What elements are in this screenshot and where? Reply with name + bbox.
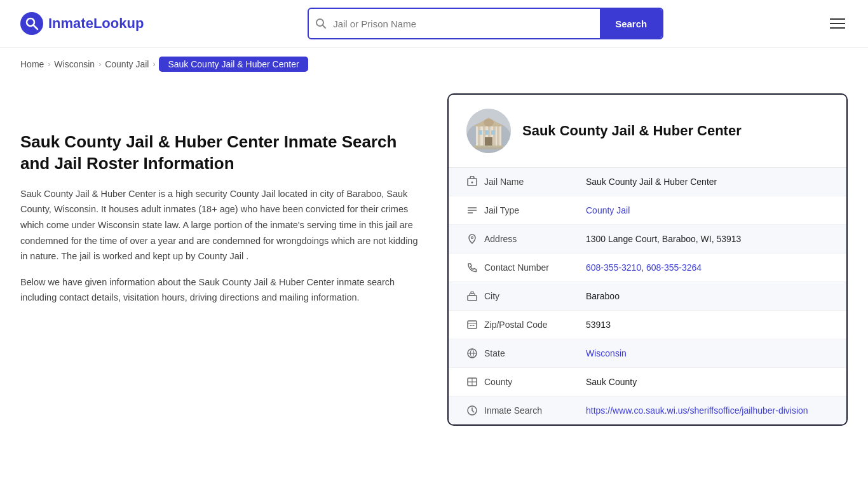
zip-value: 53913: [586, 320, 829, 330]
logo-icon: [20, 12, 43, 35]
search-button[interactable]: Search: [600, 9, 662, 38]
right-panel: Sauk County Jail & Huber Center Jail Nam…: [447, 93, 848, 426]
page-desc-2: Below we have given information about th…: [20, 274, 427, 306]
info-row-jail-name: Jail Name Sauk County Jail & Huber Cente…: [449, 168, 846, 196]
info-row-county: County Sauk County: [449, 367, 846, 396]
svg-rect-7: [478, 126, 480, 147]
city-icon: [466, 290, 484, 302]
header: InmateLookup Search: [0, 0, 868, 48]
breadcrumb-home[interactable]: Home: [20, 59, 44, 69]
svg-point-21: [471, 182, 473, 184]
breadcrumb-chevron-3: ›: [153, 60, 155, 69]
svg-line-1: [34, 25, 38, 30]
county-label: County: [484, 377, 586, 387]
hamburger-menu[interactable]: [827, 16, 848, 31]
jail-type-icon: [466, 205, 484, 216]
svg-point-13: [484, 119, 494, 126]
zip-icon: [466, 319, 484, 330]
search-bar-icon: [309, 18, 333, 29]
svg-rect-28: [471, 292, 473, 294]
address-value: 1300 Lange Court, Baraboo, WI, 53913: [586, 234, 829, 244]
svg-rect-16: [473, 147, 505, 149]
jail-name-label: Jail Name: [484, 177, 586, 187]
city-label: City: [484, 291, 586, 301]
card-header: Sauk County Jail & Huber Center: [449, 95, 846, 168]
main-content: Sauk County Jail & Huber Center Inmate S…: [0, 81, 868, 451]
left-panel: Sauk County Jail & Huber Center Inmate S…: [20, 93, 427, 316]
breadcrumb-chevron-1: ›: [48, 60, 50, 69]
svg-rect-11: [497, 126, 499, 147]
search-bar: Search: [308, 8, 663, 39]
inmate-search-value: https://www.co.sauk.wi.us/sheriffsoffice…: [586, 405, 829, 416]
phone-icon: [466, 262, 484, 273]
svg-rect-19: [491, 130, 495, 135]
jail-name-icon: [466, 176, 484, 187]
state-value: Wisconsin: [586, 348, 829, 358]
contact-link[interactable]: 608-355-3210, 608-355-3264: [586, 262, 702, 273]
county-icon: [466, 376, 484, 388]
contact-label: Contact Number: [484, 262, 586, 273]
svg-line-3: [323, 25, 326, 29]
state-icon: [466, 348, 484, 359]
svg-point-25: [471, 237, 473, 239]
county-value: Sauk County: [586, 377, 829, 387]
breadcrumb-current: Sauk County Jail & Huber Center: [159, 57, 308, 72]
logo[interactable]: InmateLookup: [20, 12, 144, 35]
svg-rect-29: [468, 321, 477, 329]
info-row-address: Address 1300 Lange Court, Baraboo, WI, 5…: [449, 224, 846, 253]
address-label: Address: [484, 234, 586, 244]
inmate-search-icon: [466, 405, 484, 416]
search-input[interactable]: [333, 12, 600, 36]
zip-label: Zip/Postal Code: [484, 320, 586, 330]
city-value: Baraboo: [586, 291, 829, 301]
card-name: Sauk County Jail & Huber Center: [522, 123, 742, 139]
svg-rect-14: [485, 137, 492, 147]
jail-type-value: County Jail: [586, 205, 829, 215]
svg-rect-18: [485, 130, 489, 135]
svg-rect-17: [478, 130, 482, 135]
svg-rect-26: [468, 295, 477, 301]
jail-avatar-image: [466, 109, 511, 153]
info-row-inmate-search: Inmate Search https://www.co.sauk.wi.us/…: [449, 396, 846, 424]
state-link[interactable]: Wisconsin: [586, 348, 627, 358]
logo-text: InmateLookup: [48, 15, 144, 32]
breadcrumb: Home › Wisconsin › County Jail › Sauk Co…: [0, 48, 868, 81]
jail-name-value: Sauk County Jail & Huber Center: [586, 177, 829, 187]
info-row-jail-type: Jail Type County Jail: [449, 196, 846, 224]
info-row-zip: Zip/Postal Code 53913: [449, 310, 846, 339]
inmate-search-label: Inmate Search: [484, 405, 586, 416]
info-table: Jail Name Sauk County Jail & Huber Cente…: [449, 168, 846, 424]
breadcrumb-wisconsin[interactable]: Wisconsin: [54, 59, 95, 69]
page-desc-1: Sauk County Jail & Huber Center is a hig…: [20, 186, 427, 264]
address-icon: [466, 233, 484, 245]
info-row-state: State Wisconsin: [449, 339, 846, 367]
svg-rect-15: [474, 146, 503, 147]
contact-value: 608-355-3210, 608-355-3264: [586, 262, 829, 273]
state-label: State: [484, 348, 586, 358]
page-title: Sauk County Jail & Huber Center Inmate S…: [20, 132, 427, 175]
jail-card: Sauk County Jail & Huber Center Jail Nam…: [447, 93, 848, 426]
jail-type-label: Jail Type: [484, 205, 586, 215]
jail-type-link[interactable]: County Jail: [586, 205, 630, 215]
info-row-contact: Contact Number 608-355-3210, 608-355-326…: [449, 253, 846, 281]
breadcrumb-county-jail[interactable]: County Jail: [105, 59, 149, 69]
info-row-city: City Baraboo: [449, 281, 846, 310]
jail-avatar: [466, 109, 511, 153]
svg-rect-10: [493, 126, 496, 147]
breadcrumb-chevron-2: ›: [98, 60, 101, 69]
inmate-search-link[interactable]: https://www.co.sauk.wi.us/sheriffsoffice…: [586, 405, 808, 416]
